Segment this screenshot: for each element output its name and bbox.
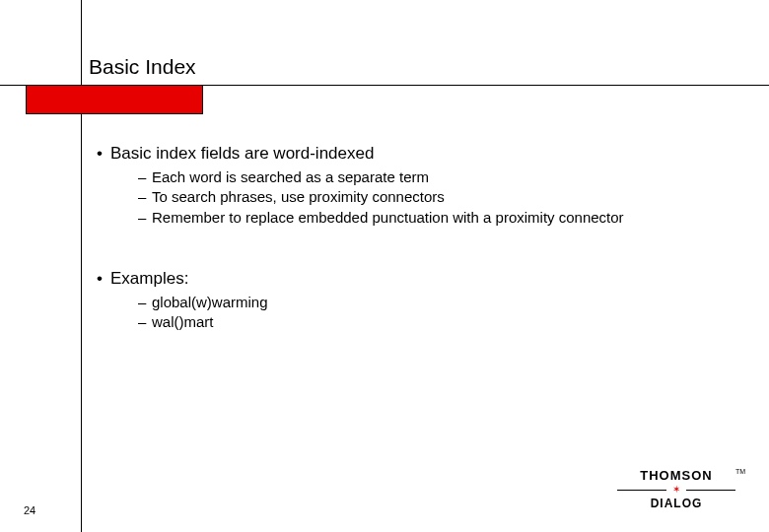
sub-item: –To search phrases, use proximity connec…: [138, 187, 718, 207]
sub-text: To search phrases, use proximity connect…: [152, 188, 445, 205]
page-number: 24: [24, 504, 35, 516]
accent-block: [26, 85, 203, 114]
brand-logo: TM THOMSON ✶ DIALOG: [617, 468, 735, 510]
vertical-rule: [81, 0, 82, 532]
slide: Basic Index •Basic index fields are word…: [0, 0, 769, 532]
sub-text: Each word is searched as a separate term: [152, 168, 429, 185]
sub-text: wal()mart: [152, 313, 214, 330]
sub-text: global(w)warming: [152, 294, 268, 310]
sub-item: –Each word is searched as a separate ter…: [138, 167, 718, 187]
dash-icon: –: [138, 187, 152, 207]
bullet-text: Basic index fields are word-indexed: [110, 144, 374, 163]
logo-bar: [686, 490, 735, 491]
dash-icon: –: [138, 208, 152, 228]
bullet-icon: •: [97, 144, 110, 164]
sub-list: –Each word is searched as a separate ter…: [138, 167, 718, 228]
bullet-item: •Basic index fields are word-indexed: [97, 144, 718, 164]
star-icon: ✶: [672, 485, 680, 495]
logo-top-text: THOMSON: [617, 468, 735, 483]
slide-title: Basic Index: [89, 55, 196, 79]
logo-bar: [617, 490, 666, 491]
bullet-item: •Examples:: [97, 269, 718, 289]
logo-separator: ✶: [617, 485, 735, 495]
bullet-text: Examples:: [110, 269, 188, 288]
sub-item: –Remember to replace embedded punctuatio…: [138, 208, 718, 228]
sub-item: –wal()mart: [138, 312, 718, 332]
dash-icon: –: [138, 312, 152, 332]
sub-list: –global(w)warming –wal()mart: [138, 293, 718, 333]
bullet-icon: •: [97, 269, 110, 289]
sub-item: –global(w)warming: [138, 293, 718, 312]
dash-icon: –: [138, 293, 152, 312]
trademark: TM: [735, 468, 745, 475]
slide-body: •Basic index fields are word-indexed –Ea…: [97, 138, 718, 332]
sub-text: Remember to replace embedded punctuation…: [152, 209, 624, 226]
logo-bottom-text: DIALOG: [617, 497, 735, 510]
dash-icon: –: [138, 167, 152, 187]
